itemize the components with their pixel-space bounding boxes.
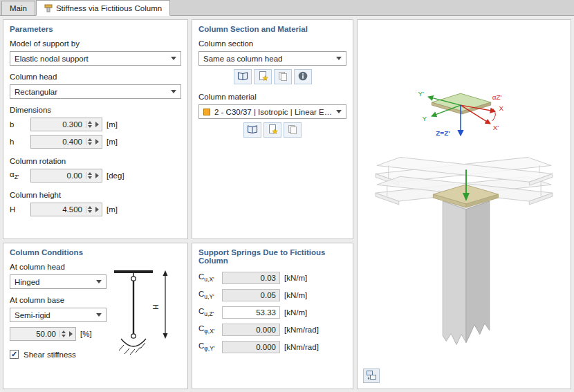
height-row: H 4.500 [m]	[10, 203, 181, 216]
chevron-down-icon	[96, 313, 102, 317]
cphiy-value-field: 0.000	[222, 341, 280, 353]
new-section-button[interactable]	[254, 69, 272, 84]
column-section-value: Same as column head	[203, 55, 333, 63]
column-section-label: Column section	[198, 39, 346, 48]
unit-menu-arrow-icon[interactable]	[95, 173, 99, 178]
chevron-down-icon	[336, 110, 342, 113]
model-of-support-select[interactable]: Elastic nodal support	[10, 51, 181, 66]
at-column-base-select[interactable]: Semi-rigid	[10, 308, 107, 322]
book-icon	[237, 71, 248, 84]
spinner-arrows-icon[interactable]	[59, 330, 67, 337]
column-conditions-panel: Column Conditions At column head Hinged …	[3, 243, 188, 389]
dialog-content: Parameters Model of support by Elastic n…	[0, 17, 574, 392]
spring-row: Cu,Z' 53.33 [kN/m]	[192, 306, 353, 319]
h-input[interactable]: 0.400	[30, 135, 102, 149]
unit-menu-arrow-icon[interactable]	[95, 139, 99, 144]
material-toolbar	[198, 122, 346, 138]
model-of-support-label: Model of support by	[10, 39, 181, 48]
material-library-button[interactable]	[243, 122, 261, 138]
cux-unit: [kN/m]	[284, 274, 307, 282]
spinner-arrows-icon[interactable]	[86, 121, 93, 128]
unit-menu-arrow-icon[interactable]	[95, 207, 99, 212]
at-column-head-value: Hinged	[15, 278, 93, 286]
tab-bar: Main Stiffness via Fictitious Column	[0, 0, 574, 16]
cphix-value-field: 0.000	[222, 324, 280, 336]
b-label: b	[10, 120, 30, 129]
book-icon	[247, 124, 258, 137]
column-rotation-label: Column rotation	[10, 157, 181, 165]
shear-stiffness-checkbox[interactable]: ✓	[10, 350, 19, 359]
axis-yp-label: Y'	[418, 90, 424, 97]
spring-row: Cu,Y' 0.05 [kN/m]	[192, 289, 353, 301]
b-unit: [m]	[107, 120, 118, 129]
column-section-select[interactable]: Same as column head	[198, 51, 346, 66]
spring-row: Cφ,X' 0.000 [kNm/rad]	[192, 324, 353, 336]
copy-pages-icon	[287, 124, 298, 137]
unit-menu-arrow-icon[interactable]	[69, 331, 73, 337]
section-info-button[interactable]	[294, 69, 312, 84]
diagram-h-label: H	[151, 304, 160, 310]
display-options-button[interactable]	[363, 368, 380, 383]
cux-label: Cu,X'	[198, 272, 222, 283]
cuy-label: Cu,Y'	[198, 290, 222, 300]
column-material-value: 2 - C30/37 | Isotropic | Linear Elastic	[214, 108, 333, 116]
axis-y-label: Y	[422, 115, 427, 122]
viewport-scene: Y' Y X X' αZ' Z=Z'	[358, 20, 571, 389]
cuz-value-field: 53.33	[222, 306, 280, 319]
dimension-b-row: b 0.300 [m]	[10, 118, 181, 131]
height-field-label: H	[10, 205, 30, 214]
height-value: 4.500	[34, 205, 86, 214]
model-of-support-value: Elastic nodal support	[15, 55, 167, 63]
rotation-input[interactable]: 0.00	[30, 169, 102, 183]
h-value: 0.400	[34, 138, 86, 146]
column-material-label: Column material	[198, 93, 346, 101]
parameters-panel: Parameters Model of support by Elastic n…	[3, 19, 188, 239]
unit-menu-arrow-icon[interactable]	[95, 122, 99, 127]
support-springs-title: Support Springs Due to Fictitious Column	[192, 243, 353, 272]
middle-column: Column Section and Material Column secti…	[192, 19, 353, 389]
cuy-unit: [kN/m]	[284, 291, 307, 299]
spinner-arrows-icon[interactable]	[86, 206, 93, 213]
tab-main[interactable]: Main	[1, 1, 35, 15]
at-column-head-select[interactable]: Hinged	[10, 274, 107, 289]
cuz-label: Cu,Z'	[198, 307, 222, 317]
column-head-select[interactable]: Rectangular	[10, 84, 181, 99]
spinner-arrows-icon[interactable]	[86, 138, 93, 145]
column-conditions-title: Column Conditions	[3, 243, 187, 259]
chevron-down-icon	[96, 280, 102, 283]
height-input[interactable]: 4.500	[30, 203, 102, 216]
cuz-unit: [kN/m]	[284, 308, 307, 317]
b-input[interactable]: 0.300	[30, 118, 102, 131]
height-unit: [m]	[107, 205, 118, 214]
section-library-button[interactable]	[234, 69, 252, 84]
stiffness-dialog: Main Stiffness via Fictitious Column Par…	[0, 0, 574, 392]
axis-x-label: X	[499, 104, 504, 112]
parameters-title: Parameters	[3, 20, 187, 36]
new-page-star-icon	[267, 124, 278, 137]
viewport-3d[interactable]: Y' Y X X' αZ' Z=Z'	[357, 19, 571, 389]
copy-pages-icon	[277, 71, 288, 84]
tab-main-label: Main	[10, 4, 27, 12]
new-material-button[interactable]	[263, 122, 281, 138]
chevron-down-icon	[336, 57, 342, 60]
section-material-panel: Column Section and Material Column secti…	[192, 19, 353, 239]
axis-alpha-label: αZ'	[492, 93, 502, 101]
cphiy-label: Cφ,Y'	[198, 342, 222, 352]
cux-value-field: 0.03	[222, 272, 280, 284]
copy-section-button[interactable]	[274, 69, 292, 84]
spinner-arrows-icon[interactable]	[86, 172, 93, 179]
column-height-label: Column height	[10, 191, 181, 199]
edit-material-button[interactable]	[284, 122, 302, 138]
cphiy-unit: [kNm/rad]	[284, 343, 319, 351]
axes-system: Y' Y X X' αZ' Z=Z'	[418, 90, 503, 137]
base-percent-unit: [%]	[80, 330, 92, 338]
display-options-icon	[366, 370, 377, 382]
axis-xp-label: X'	[493, 124, 499, 131]
axis-z-label: Z=Z'	[436, 129, 450, 137]
column-material-select[interactable]: 2 - C30/37 | Isotropic | Linear Elastic	[198, 104, 346, 119]
base-percent-input[interactable]: 50.00	[10, 327, 76, 341]
chevron-down-icon	[171, 57, 176, 60]
tab-stiffness[interactable]: Stiffness via Fictitious Column	[36, 0, 170, 16]
dimensions-label: Dimensions	[10, 106, 181, 114]
rotation-row: αZ' 0.00 [deg]	[10, 169, 181, 183]
